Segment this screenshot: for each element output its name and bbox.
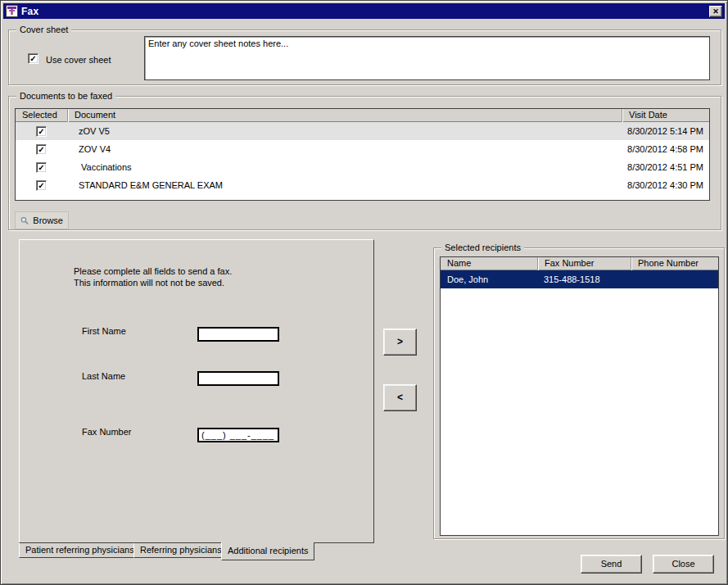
use-cover-sheet-checkbox[interactable]: ✓: [28, 53, 38, 64]
tab-referring-physicians[interactable]: Referring physicians: [133, 543, 228, 558]
form-instructions: Please complete all fields to send a fax…: [74, 265, 232, 288]
column-header-selected[interactable]: Selected: [16, 109, 67, 122]
browse-button[interactable]: Browse: [15, 211, 69, 229]
tab-patient-referring-physicians[interactable]: Patient referring physicians: [19, 543, 141, 558]
document-name: ZOV V4: [67, 144, 622, 154]
add-recipient-button[interactable]: >: [383, 329, 417, 356]
table-row[interactable]: ✓ zOV V5 8/30/2012 5:14 PM: [16, 122, 709, 140]
column-header-visit-date[interactable]: Visit Date: [622, 109, 709, 122]
cover-sheet-group-label: Cover sheet: [16, 25, 71, 34]
documents-table-header: Selected Document Visit Date: [16, 109, 709, 122]
document-name: STANDARD E&M GENERAL EXAM: [67, 180, 622, 190]
fax-dialog: Fax ✕ Cover sheet ✓ Use cover sheet Ente…: [0, 0, 728, 585]
document-visit-date: 8/30/2012 4:30 PM: [622, 180, 709, 190]
recipients-table: Name Fax Number Phone Number Doe, John 3…: [440, 256, 719, 536]
document-visit-date: 8/30/2012 4:58 PM: [622, 144, 709, 154]
tab-additional-recipients[interactable]: Additional recipients: [221, 542, 314, 560]
table-row[interactable]: ✓ ZOV V4 8/30/2012 4:58 PM: [16, 140, 709, 158]
column-header-phone-number[interactable]: Phone Number: [631, 257, 718, 270]
document-visit-date: 8/30/2012 4:51 PM: [622, 162, 709, 172]
document-visit-date: 8/30/2012 5:14 PM: [622, 126, 709, 136]
document-checkbox[interactable]: ✓: [36, 144, 47, 155]
column-header-document[interactable]: Document: [67, 109, 622, 122]
use-cover-sheet-label: Use cover sheet: [46, 55, 111, 65]
documents-table: Selected Document Visit Date ✓ zOV V5 8/…: [15, 108, 710, 201]
fax-number-label: Fax Number: [82, 427, 132, 437]
last-name-label: Last Name: [82, 371, 125, 381]
title-bar: Fax ✕: [3, 3, 725, 19]
close-icon[interactable]: ✕: [709, 6, 722, 17]
magnifier-icon: [20, 215, 29, 226]
first-name-field[interactable]: [197, 327, 279, 342]
cover-sheet-notes-input[interactable]: Enter any cover sheet notes here...: [144, 36, 710, 80]
document-name: Vaccinations: [67, 162, 622, 172]
table-row[interactable]: ✓ Vaccinations 8/30/2012 4:51 PM: [16, 158, 709, 176]
documents-group-label: Documents to be faxed: [16, 91, 115, 101]
recipient-fax: 315-488-1518: [537, 274, 631, 284]
remove-recipient-button[interactable]: <: [383, 384, 417, 411]
document-checkbox[interactable]: ✓: [36, 126, 47, 137]
document-checkbox[interactable]: ✓: [36, 162, 47, 173]
browse-button-label: Browse: [33, 215, 63, 225]
instruction-line-1: Please complete all fields to send a fax…: [74, 265, 232, 277]
column-header-fax-number[interactable]: Fax Number: [537, 257, 631, 270]
table-row[interactable]: ✓ STANDARD E&M GENERAL EXAM 8/30/2012 4:…: [16, 176, 709, 194]
last-name-field[interactable]: [197, 371, 279, 386]
close-button[interactable]: Close: [653, 555, 714, 574]
fax-app-icon: [6, 5, 18, 17]
recipient-row[interactable]: Doe, John 315-488-1518: [441, 270, 718, 288]
recipients-table-header: Name Fax Number Phone Number: [441, 257, 718, 270]
column-header-name[interactable]: Name: [441, 257, 537, 270]
document-checkbox[interactable]: ✓: [36, 180, 47, 191]
first-name-label: First Name: [82, 326, 126, 336]
send-button[interactable]: Send: [581, 555, 642, 574]
fax-number-field[interactable]: [197, 428, 279, 442]
recipient-name: Doe, John: [441, 274, 537, 284]
document-name: zOV V5: [67, 126, 622, 136]
additional-recipients-panel: Please complete all fields to send a fax…: [19, 239, 374, 543]
selected-recipients-group-label: Selected recipients: [441, 243, 524, 252]
instruction-line-2: This information will not not be saved.: [74, 277, 232, 288]
window-title: Fax: [21, 6, 38, 17]
